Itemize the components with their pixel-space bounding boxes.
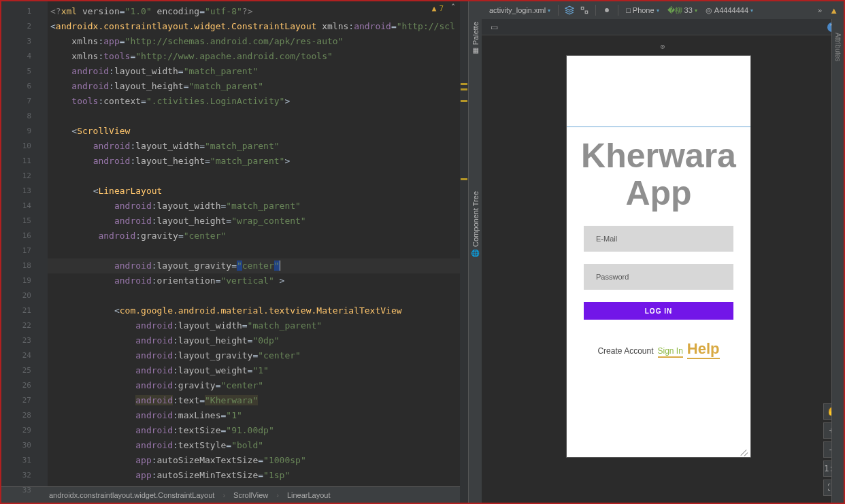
breadcrumb[interactable]: androidx.constraintlayout.widget.Constra… <box>1 486 468 503</box>
design-subbar: ▭ ? <box>482 19 844 35</box>
api-dropdown[interactable]: �柳33▾ <box>665 5 699 16</box>
title-textview[interactable]: Kherwara App <box>567 56 750 212</box>
svg-point-1 <box>605 8 609 12</box>
right-toolstrip: Attributes <box>831 19 844 503</box>
password-field[interactable]: Password <box>584 264 733 290</box>
file-dropdown[interactable]: activity_login.xml▾ <box>487 6 552 14</box>
theme-dropdown[interactable]: ◎A4444444▾ <box>703 6 755 15</box>
links-row: Create Account Sign In Help <box>584 340 733 359</box>
login-button[interactable]: LOG IN <box>584 302 733 320</box>
attributes-tab[interactable]: Attributes <box>834 33 842 61</box>
resize-handle[interactable] <box>737 443 748 454</box>
select-tool-icon[interactable]: ▭ <box>488 22 499 33</box>
inspection-summary[interactable]: ▲7 <box>432 4 444 13</box>
blueprint-guide <box>567 127 750 127</box>
svg-marker-0 <box>565 6 574 10</box>
line-gutter[interactable]: 123456789101112131415161718💡192021222324… <box>1 1 38 486</box>
pin-icon[interactable]: ⊙ <box>661 42 665 51</box>
signin-link[interactable]: Sign In <box>658 346 683 358</box>
help-link[interactable]: Help <box>687 340 720 359</box>
breadcrumb-item[interactable]: ScrollView <box>229 491 272 499</box>
device-dropdown[interactable]: □Phone▾ <box>624 6 661 14</box>
design-toolbar: activity_login.xml▾ □Phone▾ �柳33▾ ◎A4444… <box>482 1 844 19</box>
create-account-link[interactable]: Create Account <box>597 346 653 356</box>
error-stripe[interactable] <box>460 1 468 503</box>
fold-column[interactable] <box>38 1 48 486</box>
breadcrumb-item[interactable]: androidx.constraintlayout.widget.Constra… <box>45 491 218 499</box>
more-icon[interactable]: » <box>814 5 825 16</box>
warning-icon[interactable]: ▲ <box>829 5 838 16</box>
email-field[interactable]: E-Mail <box>584 226 733 252</box>
night-icon[interactable] <box>601 5 612 16</box>
breadcrumb-item[interactable]: LinearLayout <box>283 491 335 499</box>
orientation-icon[interactable] <box>579 5 590 16</box>
design-pane: activity_login.xml▾ □Phone▾ �柳33▾ ◎A4444… <box>482 1 844 503</box>
code-editor-pane: 123456789101112131415161718💡192021222324… <box>1 1 468 503</box>
device-frame[interactable]: Kherwara App E-Mail Password LOG IN Crea… <box>567 56 750 457</box>
component-tree-tab[interactable]: 🌐Component Tree <box>471 191 480 258</box>
nav-up-icon[interactable]: ˆ <box>450 3 456 13</box>
layers-icon[interactable] <box>564 5 575 16</box>
palette-tab[interactable]: ▦Palette <box>471 22 480 55</box>
side-tool-tabs: ▦Palette 🌐Component Tree <box>468 1 482 503</box>
code-area[interactable]: <?xml version="1.0" encoding="utf-8"?><a… <box>48 1 468 486</box>
design-canvas[interactable]: ⊙ Kherwara App E-Mail Password LOG IN Cr… <box>482 35 844 503</box>
